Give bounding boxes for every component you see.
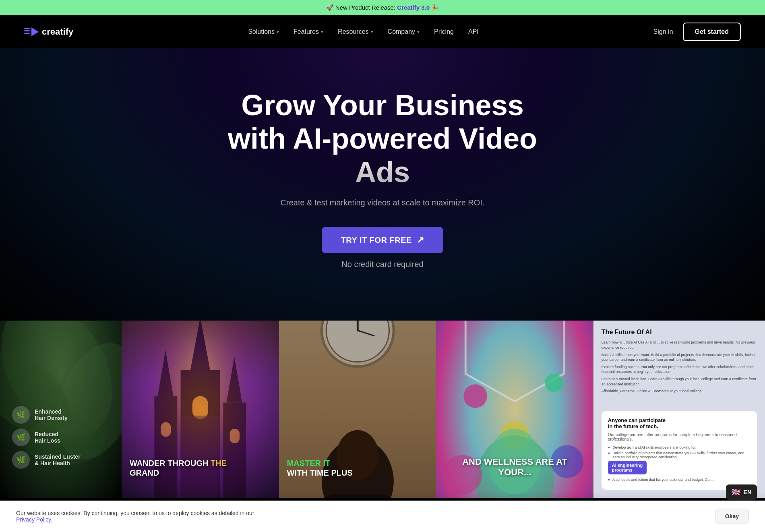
- check-item-3: ● A schedule and tuition that fits your …: [608, 478, 751, 482]
- hair-icon-3: 🌿: [12, 451, 30, 469]
- announcement-suffix: 🎉: [431, 4, 439, 11]
- hair-item-2: 🌿 ReducedHair Loss: [12, 428, 110, 446]
- tech-top-title: The Future Of AI: [602, 329, 757, 336]
- tech-check-list: ● Develop tech and AI skills employers a…: [608, 445, 751, 459]
- tech-info-box: Anyone can participatein the future of t…: [602, 411, 757, 490]
- cta-label: TRY IT FOR FREE: [341, 236, 412, 245]
- chevron-down-icon: ▾: [321, 29, 323, 35]
- tech-box-title: Anyone can participatein the future of t…: [608, 417, 751, 429]
- navbar: creatify Solutions ▾ Features ▾ Resource…: [0, 15, 765, 48]
- person-caption: MASTER IT WITH TIME PLUS: [287, 458, 353, 478]
- nav-api[interactable]: API: [468, 28, 479, 35]
- logo[interactable]: creatify: [24, 26, 73, 37]
- building-caption: WANDER THROUGH THEGRAND: [130, 458, 227, 478]
- gallery-card-wellness: AND WELLNESS ARE ATYOUR...: [436, 321, 593, 498]
- gallery-card-person: MASTER IT WITH TIME PLUS: [279, 321, 436, 498]
- check-icon-3: ●: [608, 478, 610, 482]
- tech-bullet-2: Build AI skills employers want. Build a …: [602, 352, 757, 362]
- nav-pricing[interactable]: Pricing: [434, 28, 454, 35]
- announcement-bar: 🚀 New Product Release: Creatify 3.0 🎉: [0, 0, 765, 15]
- nav-actions: Sign in Get started: [653, 23, 741, 41]
- chevron-down-icon: ▾: [371, 29, 373, 35]
- get-started-button[interactable]: Get started: [683, 23, 741, 41]
- no-credit-text: No credit card required: [24, 260, 741, 269]
- svg-rect-1: [24, 30, 30, 31]
- wellness-caption: AND WELLNESS ARE ATYOUR...: [436, 457, 593, 478]
- chevron-down-icon: ▾: [277, 29, 279, 35]
- video-gallery: 🌿 EnhancedHair Density 🌿 ReducedHair Los…: [0, 321, 765, 498]
- gallery-card-tech: The Future Of AI Learn how to utilize AI…: [593, 321, 765, 498]
- tech-bullets: Learn how to utilize AI Use AI and ... t…: [602, 340, 757, 395]
- announcement-prefix: 🚀 New Product Release:: [326, 4, 395, 11]
- highlight-text: THE: [211, 459, 227, 468]
- hair-icon-2: 🌿: [12, 428, 30, 446]
- tech-box-desc: Our college partners offer programs for …: [608, 433, 751, 441]
- tech-check-list-2: ● A schedule and tuition that fits your …: [608, 478, 751, 482]
- gallery-card-plant: 🌿 EnhancedHair Density 🌿 ReducedHair Los…: [0, 321, 122, 498]
- svg-rect-2: [24, 33, 30, 34]
- check-icon-2: ●: [608, 451, 610, 455]
- nav-links: Solutions ▾ Features ▾ Resources ▾ Compa…: [248, 28, 479, 35]
- nav-resources[interactable]: Resources ▾: [338, 28, 373, 35]
- hair-label-1: EnhancedHair Density: [35, 408, 68, 421]
- nav-company[interactable]: Company ▾: [388, 28, 420, 35]
- hair-product-items: 🌿 EnhancedHair Density 🌿 ReducedHair Los…: [12, 406, 110, 474]
- announcement-link[interactable]: Creatify 3.0: [397, 4, 430, 11]
- tech-bullet-4: Learn at a trusted institution. Learn AI…: [602, 377, 757, 387]
- hair-item-3: 🌿 Sustained Luster& Hair Health: [12, 451, 110, 469]
- language-switcher[interactable]: 🇬🇧 EN: [726, 484, 757, 498]
- hair-icon-1: 🌿: [12, 406, 30, 424]
- tech-content: The Future Of AI Learn how to utilize AI…: [593, 321, 765, 498]
- ai-engineering-badge: AI engineeringprograms: [608, 461, 647, 474]
- svg-marker-3: [31, 27, 39, 36]
- hero-subtitle: Create & test marketing videos at scale …: [24, 198, 741, 207]
- nav-features[interactable]: Features ▾: [294, 28, 323, 35]
- chevron-down-icon: ▾: [417, 29, 420, 35]
- check-item-1: ● Develop tech and AI skills employers a…: [608, 445, 751, 449]
- check-item-2: ● Build a portfolio of projects that dem…: [608, 451, 751, 459]
- hair-label-2: ReducedHair Loss: [35, 431, 60, 444]
- sign-in-button[interactable]: Sign in: [653, 28, 673, 35]
- lang-code: EN: [744, 489, 751, 495]
- flag-icon: 🇬🇧: [732, 488, 740, 497]
- hair-label-3: Sustained Luster& Hair Health: [35, 453, 81, 466]
- arrow-icon: ↗: [417, 235, 424, 245]
- tech-bullet-5: Affordable, Part-time, Online AI Bootcam…: [602, 389, 757, 394]
- gallery-card-building: WANDER THROUGH THEGRAND: [122, 321, 279, 498]
- nav-solutions[interactable]: Solutions ▾: [248, 28, 279, 35]
- cta-button[interactable]: TRY IT FOR FREE ↗: [322, 227, 444, 253]
- hero-section: Grow Your Business with AI-powered Video…: [0, 48, 765, 321]
- hair-item-1: 🌿 EnhancedHair Density: [12, 406, 110, 424]
- check-icon-1: ●: [608, 445, 610, 449]
- svg-rect-0: [24, 28, 30, 29]
- logo-text: creatify: [42, 27, 73, 37]
- tech-bullet-1: Learn how to utilize AI Use AI and ... t…: [602, 340, 757, 350]
- logo-icon: [24, 26, 39, 37]
- hero-headline: Grow Your Business with AI-powered Video…: [201, 89, 564, 188]
- green-highlight: MASTER IT: [287, 459, 331, 468]
- tech-bullet-3: Explore funding options. Not only are ou…: [602, 364, 757, 375]
